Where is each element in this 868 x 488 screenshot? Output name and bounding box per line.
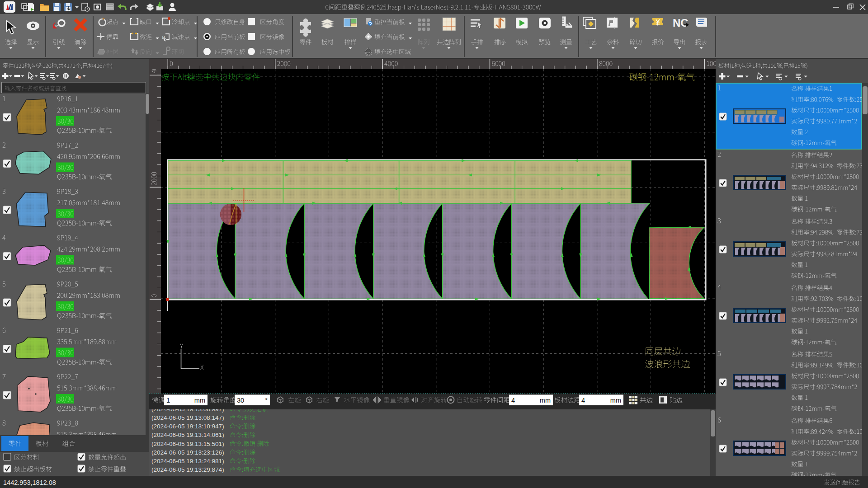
svg-text:1442.953,1812.08: 1442.953,1812.08 <box>3 479 56 486</box>
svg-text:NC: NC <box>673 17 689 29</box>
svg-text:1: 1 <box>166 397 170 404</box>
svg-text:4: 4 <box>581 397 585 404</box>
svg-text:(2024-06-05 19:13:23:126): (2024-06-05 19:13:23:126) <box>151 449 224 456</box>
svg-text:4: 4 <box>511 397 515 404</box>
svg-text:mm: mm <box>610 397 621 404</box>
svg-text:30: 30 <box>237 397 244 404</box>
svg-text:(2024-06-05 19:13:08:147): (2024-06-05 19:13:08:147) <box>151 414 224 421</box>
svg-text:(2024-06-05 19:13:15:501): (2024-06-05 19:13:15:501) <box>151 441 224 447</box>
svg-text:(2024-06-05 19:13:24:981): (2024-06-05 19:13:24:981) <box>151 458 224 465</box>
svg-text:(2024-06-05 19:13:29:874): (2024-06-05 19:13:29:874) <box>151 466 224 473</box>
svg-text:mm: mm <box>540 397 551 404</box>
svg-text:°: ° <box>265 397 268 404</box>
svg-text:(2024-06-05 19:13:10:947): (2024-06-05 19:13:10:947) <box>151 423 224 430</box>
svg-text:mm: mm <box>194 397 205 404</box>
svg-text:(2024-06-05 19:13:06:997): (2024-06-05 19:13:06:997) <box>151 409 224 413</box>
svg-text:(2024-06-05 19:13:14:061): (2024-06-05 19:13:14:061) <box>151 432 224 438</box>
